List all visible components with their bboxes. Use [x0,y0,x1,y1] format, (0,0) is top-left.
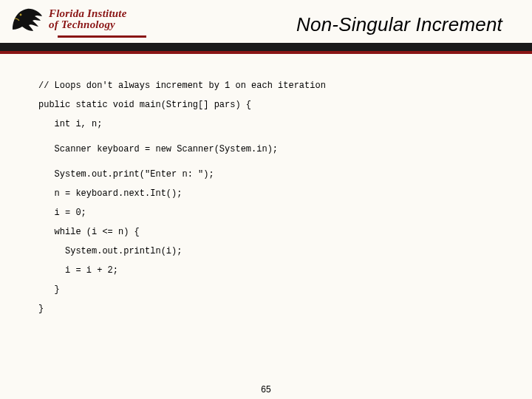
divider-red-bar [0,51,532,54]
code-line: } [38,304,502,313]
institution-name-line1: Florida Institute [49,8,127,19]
code-block: // Loops don't always increment by 1 on … [38,81,502,313]
code-line: i = i + 2; [38,266,502,275]
code-line: int i, n; [38,120,502,129]
slide-title: Non-Singular Increment [296,13,502,36]
code-line: } [38,285,502,294]
code-line: // Loops don't always increment by 1 on … [38,81,502,90]
page-number: 65 [0,384,532,395]
institution-name: Florida Institute of Technology [49,8,127,30]
code-line: System.out.println(i); [38,247,502,256]
svg-point-0 [20,14,22,16]
institution-logo: Florida Institute of Technology [10,4,127,34]
logo-underline [58,35,146,38]
divider-dark-bar [0,43,532,51]
institution-name-line2: of Technology [49,19,127,30]
header-divider [0,43,532,54]
slide-header: Florida Institute of Technology Non-Sing… [0,0,532,52]
code-line: Scanner keyboard = new Scanner(System.in… [38,145,502,154]
panther-logo-icon [10,4,44,34]
code-line: while (i <= n) { [38,228,502,236]
code-line: i = 0; [38,208,502,217]
code-line: public static void main(String[] pars) { [38,100,502,109]
code-line: System.out.print("Enter n: "); [38,170,502,179]
code-line: n = keyboard.next.Int(); [38,189,502,198]
